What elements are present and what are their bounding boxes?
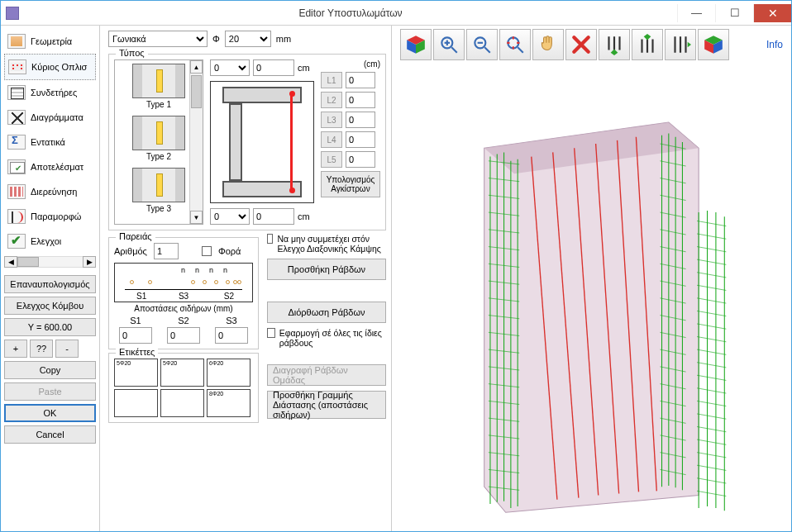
delete-group-button[interactable]: Διαγραφή Ράβδων Ομάδας bbox=[267, 364, 386, 386]
fora-checkbox[interactable] bbox=[202, 246, 212, 256]
svg-line-104 bbox=[697, 427, 726, 432]
type-scrollbar[interactable]: ▲ ▼ bbox=[189, 60, 203, 224]
nav-main-rebar[interactable]: Κύριος Οπλισ bbox=[4, 54, 96, 80]
fora-label: Φορά bbox=[218, 246, 241, 256]
svg-marker-23 bbox=[688, 42, 691, 48]
window-buttons: — ☐ ✕ bbox=[677, 4, 791, 22]
ok-button[interactable]: OK bbox=[4, 404, 96, 422]
label-grid bbox=[114, 359, 253, 417]
label-cell[interactable] bbox=[160, 359, 204, 387]
query-button[interactable]: ?? bbox=[30, 340, 53, 358]
label-cell[interactable] bbox=[114, 359, 158, 387]
type-list[interactable]: Type 1 Type 2 Type 3 ▲ bbox=[114, 59, 203, 225]
hooks-button[interactable]: Υπολογισμός Αγκίστρων bbox=[321, 171, 380, 197]
copy-button[interactable]: Copy bbox=[4, 361, 96, 379]
nav-ties[interactable]: Συνδετήρες bbox=[4, 80, 96, 105]
nav-investigation[interactable]: Διερεύνηση bbox=[4, 179, 96, 204]
minus-button[interactable]: - bbox=[55, 340, 79, 358]
tool-bars-down-icon[interactable] bbox=[599, 29, 630, 60]
sidebar: Γεωμετρία Κύριος Οπλισ Συνδετήρες Διαγρά… bbox=[1, 26, 100, 531]
label-cell[interactable] bbox=[207, 389, 250, 417]
mm-label: mm bbox=[276, 34, 291, 44]
nav-checks[interactable]: Ελεγχοι bbox=[4, 229, 96, 254]
nav-scrollbar[interactable]: ◀ ▶ bbox=[4, 255, 96, 268]
svg-line-107 bbox=[697, 465, 726, 470]
svg-line-97 bbox=[697, 337, 726, 342]
tie-icon bbox=[7, 85, 26, 100]
top-dim-select[interactable]: 0 bbox=[210, 59, 250, 76]
tool-bars-right-icon[interactable] bbox=[665, 29, 696, 60]
add-dim-line-button[interactable]: Προσθήκη Γραμμής Διάστασης (αποστάσεις σ… bbox=[267, 391, 386, 419]
top-dim-input[interactable] bbox=[253, 59, 294, 76]
spacing-diagram: nnnn S1 S3 S2 bbox=[114, 263, 253, 302]
label-cell[interactable] bbox=[207, 359, 250, 387]
joint-check-button[interactable]: Ελεγχος Κόμβου bbox=[4, 297, 96, 315]
scroll-up-icon[interactable]: ▲ bbox=[190, 60, 203, 74]
scroll-left-icon[interactable]: ◀ bbox=[4, 256, 17, 268]
svg-line-103 bbox=[697, 414, 726, 419]
tool-pan-icon[interactable] bbox=[532, 29, 564, 60]
label-cell[interactable] bbox=[114, 389, 158, 417]
apply-all-checkbox[interactable] bbox=[267, 328, 275, 338]
results-icon bbox=[7, 159, 26, 174]
l4-input[interactable] bbox=[346, 131, 375, 148]
count-input[interactable] bbox=[154, 243, 179, 259]
l4-label: L4 bbox=[321, 131, 342, 148]
tool-zoom-in-icon[interactable] bbox=[433, 29, 465, 60]
plus-button[interactable]: + bbox=[4, 340, 27, 358]
recalc-button[interactable]: Επαναυπολογισμός bbox=[4, 275, 96, 293]
svg-line-105 bbox=[697, 439, 726, 444]
tool-zoom-extents-icon[interactable] bbox=[499, 29, 531, 60]
scroll-down-icon[interactable]: ▼ bbox=[190, 211, 203, 224]
nav-label: Ελεγχοι bbox=[31, 236, 61, 246]
l1-input[interactable] bbox=[346, 72, 375, 88]
s2-input[interactable] bbox=[167, 327, 200, 344]
bot-dim-select[interactable]: 0 bbox=[210, 208, 250, 225]
s1-input[interactable] bbox=[119, 327, 152, 344]
tool-cube2-icon[interactable] bbox=[698, 29, 729, 60]
close-button[interactable]: ✕ bbox=[753, 4, 791, 22]
nav-deformations[interactable]: Παραμορφώ bbox=[4, 204, 96, 229]
paste-button[interactable]: Paste bbox=[4, 382, 96, 401]
layout-select[interactable]: Γωνιακά bbox=[108, 31, 208, 47]
diameter-select[interactable]: 20 bbox=[225, 31, 271, 47]
y-value-button[interactable]: Y = 600.00 bbox=[4, 318, 96, 336]
svg-line-102 bbox=[697, 401, 726, 406]
nav-forces[interactable]: Εντατικά bbox=[4, 130, 96, 154]
svg-line-8 bbox=[484, 47, 490, 53]
cancel-button[interactable]: Cancel bbox=[4, 425, 96, 444]
bot-dim-input[interactable] bbox=[253, 208, 294, 225]
l2-input[interactable] bbox=[346, 92, 375, 108]
exclude-label: Να μην συμμετέχει στόν Ελεγχο Διαξονικής… bbox=[277, 234, 386, 254]
investigation-icon bbox=[7, 184, 26, 199]
maximize-button[interactable]: ☐ bbox=[715, 4, 753, 22]
svg-line-91 bbox=[697, 259, 726, 264]
tool-bars-up-icon[interactable] bbox=[632, 29, 663, 60]
svg-line-109 bbox=[697, 492, 726, 496]
svg-line-94 bbox=[697, 298, 726, 303]
svg-line-101 bbox=[697, 388, 726, 393]
3d-viewport[interactable] bbox=[392, 64, 791, 531]
s3-input[interactable] bbox=[215, 327, 248, 344]
tool-cube-icon[interactable] bbox=[400, 29, 432, 60]
scroll-thumb[interactable] bbox=[17, 257, 39, 267]
exclude-checkbox[interactable] bbox=[267, 234, 273, 244]
l5-input[interactable] bbox=[346, 151, 375, 168]
tool-delete-icon[interactable] bbox=[565, 29, 597, 60]
svg-line-99 bbox=[697, 363, 726, 368]
nav-diagrams[interactable]: Διαγράμματα bbox=[4, 105, 96, 130]
add-bars-button[interactable]: Προσθήκη Ράβδων bbox=[267, 259, 386, 280]
l3-input[interactable] bbox=[346, 112, 375, 128]
scroll-track[interactable] bbox=[17, 256, 83, 268]
info-link[interactable]: Info bbox=[766, 39, 783, 50]
svg-line-89 bbox=[697, 234, 726, 239]
nav-geometry[interactable]: Γεωμετρία bbox=[4, 29, 96, 54]
nav-results[interactable]: Αποτελέσματ bbox=[4, 154, 96, 179]
svg-line-96 bbox=[697, 324, 726, 329]
label-cell[interactable] bbox=[160, 389, 204, 417]
tool-zoom-out-icon[interactable] bbox=[466, 29, 498, 60]
fix-bars-button[interactable]: Διόρθωση Ράβδων bbox=[267, 302, 386, 323]
minimize-button[interactable]: — bbox=[677, 4, 715, 22]
scroll-right-icon[interactable]: ▶ bbox=[83, 256, 96, 268]
deformation-icon bbox=[7, 209, 26, 224]
